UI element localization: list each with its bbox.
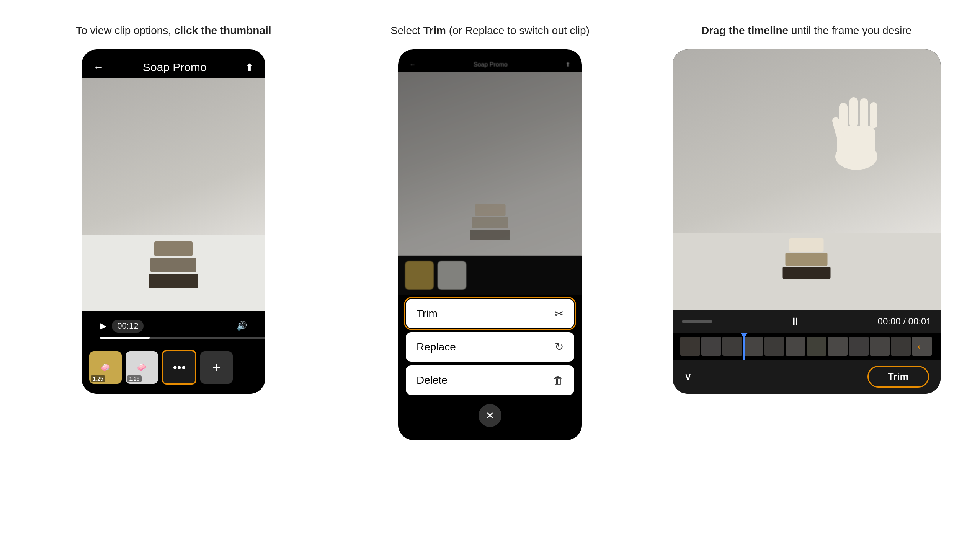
phone-1-title: Soap Promo (143, 61, 207, 74)
progress-bar[interactable] (100, 337, 265, 339)
controls-wrapper: ▶ 00:12 🔊 (82, 311, 265, 343)
phone-1-header: ← Soap Promo ⬆ (82, 49, 265, 78)
blurred-bar-3 (470, 230, 510, 240)
trim-menu-item[interactable]: Trim ✂ (406, 299, 574, 328)
video-3 (673, 49, 941, 310)
replace-label: Replace (416, 341, 456, 353)
thumb-1-soap: 🧼 (101, 363, 110, 372)
thumb-2-duration: 1:25 (127, 375, 141, 382)
frame-8 (828, 337, 848, 356)
frame-11 (891, 337, 911, 356)
video-controls-1: ▶ 00:12 🔊 (91, 315, 256, 337)
step-1-instruction: To view clip options, click the thumbnai… (76, 23, 271, 38)
step-1: To view clip options, click the thumbnai… (31, 23, 317, 394)
scissors-icon: ✂ (555, 307, 564, 320)
back-arrow-2-icon: ← (410, 61, 416, 68)
share-icon[interactable]: ⬆ (245, 62, 254, 73)
video-controls-3: ⏸ 00:00 / 00:01 (673, 310, 941, 333)
phone-2-header-blurred: ← Soap Promo ⬆ (398, 49, 582, 72)
soap-3-top (789, 238, 824, 252)
thumbnail-2[interactable]: 🧼 1:25 (126, 351, 158, 384)
handle-bar (682, 320, 712, 323)
step-2: Select Trim (or Replace to switch out cl… (347, 23, 633, 440)
close-button[interactable]: ✕ (479, 404, 501, 427)
video-thumbnail-1 (82, 78, 265, 311)
drag-arrow-icon: ← (915, 338, 929, 355)
frame-7 (807, 337, 826, 356)
soap-3-bot (782, 267, 830, 279)
trash-icon: 🗑 (553, 374, 564, 386)
frame-10 (870, 337, 890, 356)
thumbnail-1[interactable]: 🧼 1:25 (89, 351, 122, 384)
time-badge: 00:12 (112, 320, 144, 333)
replace-menu-item[interactable]: Replace ↻ (406, 332, 574, 362)
phone-2-mockup: ← Soap Promo ⬆ Trim (398, 49, 582, 440)
blurred-video-2 (398, 72, 582, 256)
delete-label: Delete (416, 374, 448, 386)
progress-fill (100, 337, 150, 339)
soap-bar-mid (150, 258, 196, 272)
volume-icon[interactable]: 🔊 (237, 321, 247, 331)
step-3: Drag the timeline until the frame you de… (663, 23, 949, 394)
soap-stack-3 (782, 238, 830, 279)
step-3-instruction: Drag the timeline until the frame you de… (701, 23, 911, 38)
trim-confirm-button[interactable]: Trim (867, 366, 929, 388)
timeline-cursor (743, 333, 745, 360)
thumb-inner-3: ••• (163, 351, 195, 383)
thumbs-blurred (398, 256, 582, 295)
frame-5 (764, 337, 784, 356)
hand-svg (818, 72, 895, 179)
share-2-icon: ⬆ (565, 61, 570, 68)
thumb-blurred-1 (405, 261, 434, 290)
blurred-soap (470, 204, 510, 240)
frame-1 (680, 337, 700, 356)
blurred-bar-2 (472, 217, 508, 228)
main-container: To view clip options, click the thumbnai… (0, 0, 980, 440)
back-arrow-icon[interactable]: ← (93, 61, 104, 73)
progress-bar-wrapper (91, 337, 256, 343)
timeline-frames (680, 337, 933, 356)
frame-4 (743, 337, 763, 356)
soap-bar-bot (149, 274, 198, 288)
thumbnails-strip: 🧼 1:25 🧼 1:25 ••• + (82, 343, 265, 394)
thumb-2-soap: 🧼 (137, 363, 147, 372)
delete-menu-item[interactable]: Delete 🗑 (406, 365, 574, 395)
step-2-instruction: Select Trim (or Replace to switch out cl… (390, 23, 590, 38)
frame-6 (786, 337, 805, 356)
soap-3-mid (786, 253, 828, 266)
trim-timecode: 00:00 / 00:01 (878, 316, 931, 327)
phone-3-mockup: ⏸ 00:00 / 00:01 (673, 49, 941, 394)
svg-rect-3 (849, 97, 858, 128)
phone-2-title: Soap Promo (474, 61, 508, 68)
soap-stack-1 (149, 241, 198, 288)
frame-3 (722, 337, 742, 356)
svg-rect-5 (870, 102, 877, 128)
pause-button[interactable]: ⏸ (790, 315, 800, 328)
soap-bar-top (154, 241, 193, 256)
play-button[interactable]: ▶ (100, 321, 106, 331)
thumb-1-duration: 1:25 (91, 375, 105, 382)
frame-2 (701, 337, 721, 356)
timeline-strip[interactable]: ← (673, 333, 941, 360)
trim-bottom-bar: ∨ Trim (673, 360, 941, 394)
menu-close-area: ✕ (406, 399, 574, 432)
trim-label: Trim (416, 308, 438, 320)
context-menu: Trim ✂ Replace ↻ Delete 🗑 ✕ (398, 295, 582, 440)
replace-icon: ↻ (555, 341, 564, 353)
thumbnail-3-selected[interactable]: ••• (162, 350, 196, 385)
more-options-icon[interactable]: ••• (173, 360, 186, 375)
add-clip-button[interactable]: + (200, 351, 233, 384)
blurred-bar-1 (475, 204, 505, 216)
frame-9 (849, 337, 869, 356)
thumb-blurred-2 (438, 261, 466, 290)
svg-rect-4 (860, 98, 868, 128)
chevron-down-icon[interactable]: ∨ (684, 370, 692, 383)
phone-1-mockup: ← Soap Promo ⬆ ▶ 00:12 🔊 (82, 49, 265, 394)
